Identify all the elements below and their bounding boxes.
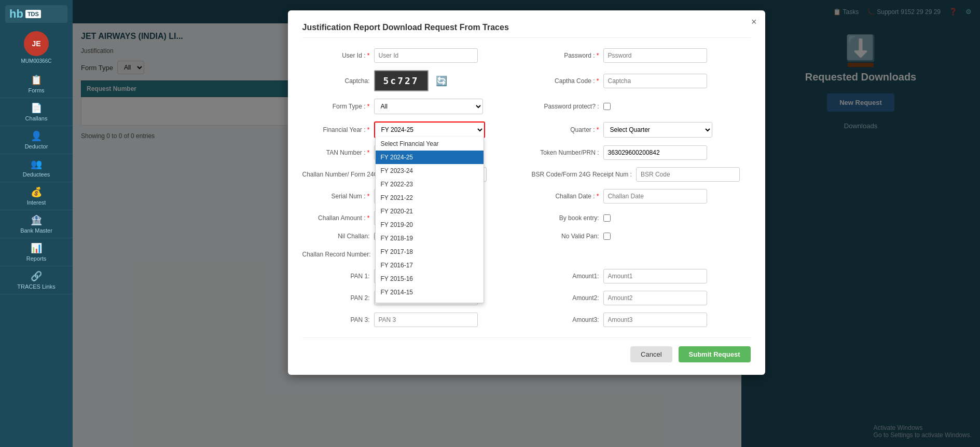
sidebar-item-label: Deductees	[23, 171, 50, 178]
financial-year-col: Financial Year : * FY 2024-25 Select Fin…	[302, 121, 521, 138]
fy-option-2016-17[interactable]: FY 2016-17	[376, 259, 484, 272]
form-row-pan2-amount2: PAN 2: Amount2:	[302, 291, 751, 305]
sidebar-item-traces-links[interactable]: 🔗 TRACES Links	[0, 266, 73, 294]
amount1-col: Amount1:	[532, 269, 751, 283]
deductees-icon: 👥	[31, 158, 42, 170]
pan2-label: PAN 2:	[302, 294, 370, 302]
pan1-label: PAN 1:	[302, 273, 370, 280]
sidebar-item-bank-master[interactable]: 🏦 Bank Master	[0, 210, 73, 238]
bsr-code-label: BSR Code/Form 24G Receipt Num :	[532, 171, 632, 178]
fy-option-2013-14[interactable]: FY 2013-14	[376, 299, 484, 303]
modal-overlay: Justification Report Download Request Fr…	[73, 0, 980, 447]
amount3-label: Amount3:	[532, 316, 599, 323]
challan-amount-label: Challan Amount : *	[302, 214, 370, 222]
challan-number-label: Challan Number/ Form 24G	[302, 171, 379, 178]
sidebar-item-label: Bank Master	[20, 227, 52, 234]
sidebar-item-interest[interactable]: 💰 Interest	[0, 182, 73, 210]
fy-option-2018-19[interactable]: FY 2018-19	[376, 232, 484, 245]
sidebar-item-forms[interactable]: 📋 Forms	[0, 70, 73, 98]
challan-date-input[interactable]	[603, 189, 707, 204]
submit-request-button[interactable]: Submit Request	[679, 346, 751, 362]
password-protect-checkbox[interactable]	[603, 103, 611, 110]
bsr-code-col: BSR Code/Form 24G Receipt Num :	[532, 167, 751, 182]
financial-year-select[interactable]: FY 2024-25	[375, 123, 484, 137]
user-id-label: User Id : *	[302, 52, 370, 59]
token-col: Token Number/PRN :	[532, 145, 751, 160]
form-row-fy-quarter: Financial Year : * FY 2024-25 Select Fin…	[302, 121, 751, 138]
amount2-input[interactable]	[603, 291, 707, 305]
form-type-modal-select[interactable]: All	[374, 99, 483, 114]
captcha-code-label: Captha Code : *	[532, 77, 599, 85]
fy-option-2019-20[interactable]: FY 2019-20	[376, 218, 484, 232]
modal-footer: Cancel Submit Request	[302, 337, 751, 362]
interest-icon: 💰	[31, 186, 42, 198]
pan3-input[interactable]	[374, 313, 478, 327]
password-col: Password : *	[532, 48, 751, 63]
password-input[interactable]	[603, 48, 707, 63]
sidebar-item-deductor[interactable]: 👤 Deductor	[0, 126, 73, 154]
forms-icon: 📋	[31, 74, 42, 86]
captcha-refresh-icon[interactable]: 🔄	[436, 75, 447, 87]
bsr-code-input[interactable]	[636, 167, 740, 182]
form-row-credentials: User Id : * Password : *	[302, 48, 751, 63]
quarter-select[interactable]: Select Quarter	[603, 122, 712, 138]
deductor-icon: 👤	[31, 130, 42, 142]
amount2-label: Amount2:	[532, 294, 599, 302]
traces-icon: 🔗	[31, 270, 42, 282]
form-row-challan-record: Challan Record Number:	[302, 247, 751, 262]
password-label: Password : *	[532, 52, 599, 59]
nil-challan-label: Nil Challan:	[302, 233, 370, 240]
form-type-modal-label: Form Type : *	[302, 103, 370, 110]
quarter-label: Quarter : *	[532, 126, 599, 133]
amount1-input[interactable]	[603, 269, 707, 283]
fy-option-2021-22[interactable]: FY 2021-22	[376, 191, 484, 205]
modal-dialog: Justification Report Download Request Fr…	[288, 10, 765, 375]
user-id-input[interactable]	[374, 48, 478, 63]
sidebar-item-label: Reports	[26, 255, 47, 262]
fy-option-2015-16[interactable]: FY 2015-16	[376, 272, 484, 286]
financial-year-wrapper: FY 2024-25 Select Financial Year FY 2024…	[374, 121, 485, 138]
by-book-entry-col: By book entry:	[532, 214, 751, 222]
avatar[interactable]: JE	[24, 31, 49, 56]
fy-option-placeholder[interactable]: Select Financial Year	[376, 137, 484, 151]
reports-icon: 📊	[31, 242, 42, 254]
form-row-pan1-amount1: PAN 1: Amount1:	[302, 269, 751, 283]
sidebar-item-label: Interest	[27, 199, 46, 206]
modal-close-button[interactable]: ×	[751, 17, 757, 28]
fy-option-2022-23[interactable]: FY 2022-23	[376, 178, 484, 191]
amount3-input[interactable]	[603, 313, 707, 327]
sidebar-item-deductees[interactable]: 👥 Deductees	[0, 154, 73, 182]
user-id-col: User Id : *	[302, 48, 521, 63]
bank-icon: 🏦	[31, 214, 42, 226]
captcha-code-input[interactable]	[603, 74, 707, 88]
by-book-entry-checkbox[interactable]	[603, 214, 611, 222]
challan-record-label: Challan Record Number:	[302, 251, 371, 258]
form-row-pan3-amount3: PAN 3: Amount3:	[302, 313, 751, 327]
form-row-formtype: Form Type : * All Password protect? :	[302, 99, 751, 114]
fy-option-2024-25[interactable]: FY 2024-25	[376, 151, 484, 164]
amount1-label: Amount1:	[532, 273, 599, 280]
fy-option-2014-15[interactable]: FY 2014-15	[376, 286, 484, 299]
challans-icon: 📄	[31, 102, 42, 114]
cancel-button[interactable]: Cancel	[630, 346, 672, 362]
password-protect-label: Password protect? :	[532, 103, 599, 110]
sidebar-item-label: Forms	[28, 87, 44, 93]
token-input[interactable]	[603, 145, 707, 160]
captcha-code-col: Captha Code : *	[532, 74, 751, 88]
fy-option-2020-21[interactable]: FY 2020-21	[376, 205, 484, 218]
sidebar-item-reports[interactable]: 📊 Reports	[0, 238, 73, 266]
financial-year-dropdown: Select Financial Year FY 2024-25 FY 2023…	[375, 137, 484, 303]
no-valid-pan-checkbox[interactable]	[603, 233, 611, 240]
no-valid-pan-label: No Valid Pan:	[532, 233, 599, 240]
pan3-col: PAN 3:	[302, 313, 521, 327]
app-logo: hb TDS	[5, 5, 67, 23]
form-row-challan-bsr: Challan Number/ Form 24G BSR Code/Form 2…	[302, 167, 751, 182]
sidebar-item-challans[interactable]: 📄 Challans	[0, 98, 73, 126]
serial-num-label: Serial Num : *	[302, 193, 370, 200]
fy-option-2017-18[interactable]: FY 2017-18	[376, 245, 484, 259]
tan-label: TAN Number : *	[302, 149, 370, 156]
sidebar: hb TDS JE MUM00366C 📋 Forms 📄 Challans 👤…	[0, 0, 73, 447]
fy-option-2023-24[interactable]: FY 2023-24	[376, 164, 484, 178]
no-valid-pan-col: No Valid Pan:	[532, 233, 751, 240]
sidebar-item-label: TRACES Links	[17, 283, 55, 290]
